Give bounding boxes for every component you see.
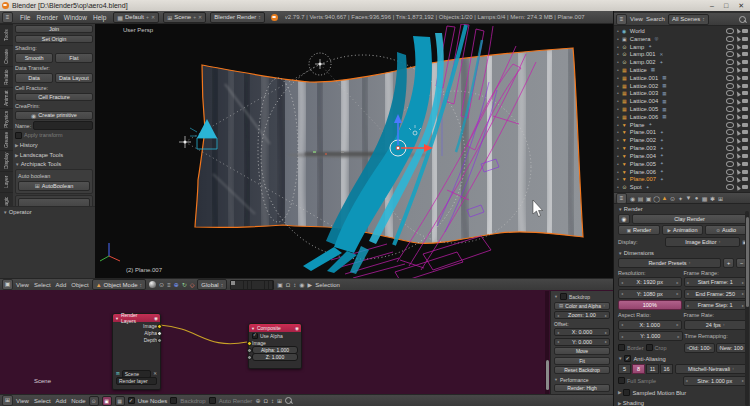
scene-add-icon[interactable]: + xyxy=(193,14,196,20)
properties-tab-icon[interactable]: ▦ xyxy=(701,195,709,202)
menu-item[interactable]: Add xyxy=(56,282,67,288)
aa-filter-dropdown[interactable]: Mitchell-Netravali↕ xyxy=(675,364,747,374)
data-layout-button[interactable]: Data Layout xyxy=(55,73,93,83)
operator-label[interactable]: Operator xyxy=(3,209,32,215)
properties-tab-icon[interactable]: ▼ xyxy=(685,195,693,202)
preset-add-button[interactable]: + xyxy=(723,258,734,268)
output-alpha[interactable]: Alpha xyxy=(113,329,160,336)
selectability-toggle[interactable] xyxy=(735,106,741,112)
anti-aliasing-section[interactable]: Anti-Aliasing xyxy=(618,355,666,362)
selectability-toggle[interactable] xyxy=(735,59,741,65)
selection-label[interactable]: Selection xyxy=(315,282,340,288)
visibility-toggle[interactable] xyxy=(726,122,734,128)
outliner-row[interactable]: ▦ Lattice.006 ▦ xyxy=(614,113,750,121)
outliner-row[interactable]: ▼ Plane.004 ✦ xyxy=(614,152,750,160)
outliner-row[interactable]: ▼ Plane.006 ✦ xyxy=(614,168,750,176)
use-alpha-row[interactable]: Use Alpha xyxy=(249,332,301,339)
use-alpha-checkbox[interactable] xyxy=(252,333,258,339)
scene-field-row[interactable]: ⊞ Scene ✕ xyxy=(113,370,160,377)
reset-backdrop-button[interactable]: Reset Backdrop xyxy=(554,366,610,374)
pivot-align-icon[interactable]: ≡ xyxy=(167,282,171,288)
render-toggle[interactable] xyxy=(742,68,748,72)
toolshelf-tab[interactable]: Physics xyxy=(0,108,13,129)
selectability-toggle[interactable] xyxy=(735,43,741,49)
screen-layout-selector[interactable]: ▦ Default + ✕ xyxy=(113,12,159,23)
render-toggle[interactable] xyxy=(742,76,748,80)
join-button[interactable]: Join xyxy=(15,25,93,33)
outliner-row[interactable]: ▼ Plane.001 ✦ xyxy=(614,129,750,137)
render-layers-node-header[interactable]: ▼ Render Layers ◉ xyxy=(113,314,160,322)
use-nodes-checkbox[interactable] xyxy=(128,397,135,404)
composite-node[interactable]: ▼ Composite ◉ Use Alpha Image Alpha: 1.0… xyxy=(248,323,302,369)
render-toggle[interactable] xyxy=(742,107,748,111)
auto-render-checkbox[interactable] xyxy=(209,397,216,404)
render-toggle[interactable] xyxy=(742,123,748,127)
toolshelf-tab[interactable]: Relatio xyxy=(0,66,13,87)
selectability-toggle[interactable] xyxy=(735,90,741,96)
toolshelf-tab[interactable]: Grease Pen. xyxy=(0,129,13,150)
visibility-toggle[interactable] xyxy=(726,145,734,151)
aa-size[interactable]: Size: 1.000 px xyxy=(683,376,748,386)
fit-button[interactable]: Fit xyxy=(554,357,610,365)
render-level-dropdown[interactable]: Render: High xyxy=(554,384,610,392)
visibility-toggle[interactable] xyxy=(726,75,734,81)
properties-editor-icon[interactable]: ≡ xyxy=(616,193,627,204)
shading-section[interactable]: Shading xyxy=(618,400,747,406)
object-name[interactable]: Lattice.005 xyxy=(630,106,658,112)
lock-icon[interactable]: ▣ xyxy=(277,281,283,288)
outliner-editor-icon[interactable]: ≡ xyxy=(616,14,627,25)
properties-tab-icon[interactable]: ▣ xyxy=(645,195,653,202)
name-input[interactable] xyxy=(33,121,93,130)
frame-step[interactable]: Frame Step: 1 xyxy=(684,300,748,310)
render-engine-selector[interactable]: Blender Render ↕ xyxy=(210,12,265,23)
apply-transform-checkbox[interactable] xyxy=(15,132,22,139)
clay-render-icon-button[interactable]: ◉ xyxy=(618,214,630,224)
manipulator-translate-icon[interactable]: ⊕ xyxy=(174,281,179,288)
visibility-toggle[interactable] xyxy=(726,184,734,190)
sampled-motion-blur-checkbox[interactable] xyxy=(623,389,630,396)
menu-item[interactable]: Select xyxy=(34,282,51,288)
menu-item[interactable]: Select xyxy=(34,398,51,404)
remap-new[interactable]: New: 100 xyxy=(716,343,747,353)
visibility-toggle[interactable] xyxy=(726,90,734,96)
visibility-toggle[interactable] xyxy=(726,98,734,104)
render-toggle[interactable] xyxy=(742,162,748,166)
object-name[interactable]: Plane.002 xyxy=(630,137,656,143)
aa-sample-button[interactable]: 5 xyxy=(618,364,631,374)
copy-nodes-icon[interactable]: ⊞ xyxy=(277,397,282,404)
toolshelf-tab[interactable]: Create xyxy=(0,45,13,66)
selectability-toggle[interactable] xyxy=(735,75,741,81)
outliner-row[interactable]: ▦ Lattice.003 ▦ xyxy=(614,90,750,98)
outliner-row[interactable]: ⊙ Spot ✦ xyxy=(614,183,750,191)
visibility-toggle[interactable] xyxy=(726,169,734,175)
outliner-row[interactable]: ⊙ Lamp.002 ✦ xyxy=(614,58,750,66)
object-name[interactable]: Plane.006 xyxy=(630,169,656,175)
render-toggle[interactable] xyxy=(742,91,748,95)
clay-render-button[interactable]: Clay Render xyxy=(632,214,747,224)
anti-aliasing-checkbox[interactable] xyxy=(624,355,631,362)
render-presets-dropdown[interactable]: Render Presets↕ xyxy=(618,258,721,268)
outliner-row[interactable]: ▣ Camera ◎ xyxy=(614,35,750,43)
visibility-toggle[interactable] xyxy=(726,28,734,34)
partial-button[interactable] xyxy=(18,198,90,206)
render-button[interactable]: ▣Render xyxy=(618,225,660,235)
outliner-row[interactable]: ▦ Lattice.005 ▦ xyxy=(614,105,750,113)
sampled-motion-blur-section[interactable]: Sampled Motion Blur xyxy=(618,389,747,396)
layers-widget[interactable] xyxy=(230,280,274,290)
render-toggle[interactable] xyxy=(742,130,748,134)
dimensions-section[interactable]: Dimensions xyxy=(618,250,747,256)
resolution-x[interactable]: X: 1920 px xyxy=(618,277,682,287)
selectability-toggle[interactable] xyxy=(735,168,741,174)
outliner-display-dropdown[interactable]: All Scenes ↕ xyxy=(668,14,709,25)
viewport-editor-icon[interactable]: ▣ xyxy=(2,279,13,290)
properties-tab-icon[interactable]: ✦ xyxy=(677,195,685,202)
manipulator-rotate-icon[interactable]: ↻ xyxy=(182,281,187,288)
crop-checkbox[interactable] xyxy=(646,344,653,351)
aspect-x[interactable]: X: 1.000 xyxy=(618,320,682,330)
aspect-y[interactable]: Y: 1.000 xyxy=(618,331,683,341)
composite-node-header[interactable]: ▼ Composite ◉ xyxy=(249,324,301,332)
properties-scrollbar[interactable] xyxy=(745,211,749,406)
visibility-toggle[interactable] xyxy=(726,83,734,89)
end-frame[interactable]: End Frame: 250 xyxy=(684,289,748,299)
toolshelf-tab[interactable]: Display xyxy=(0,150,13,171)
